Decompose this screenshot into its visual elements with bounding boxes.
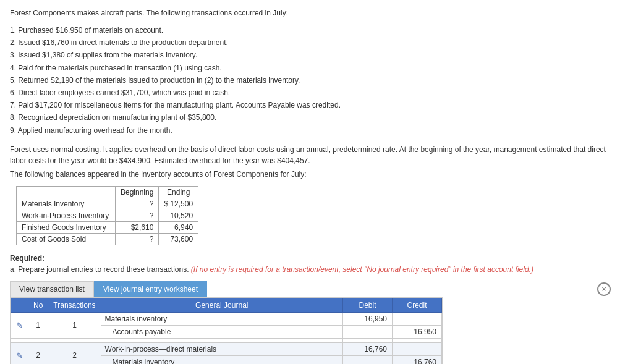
view-transaction-list-tab[interactable]: View transaction list — [10, 281, 94, 297]
context-line1: Forest uses normal costing. It applies o… — [10, 144, 623, 166]
journal-credit — [393, 342, 442, 355]
context-line2: The following balances appeared in the i… — [10, 169, 623, 180]
edit-icon[interactable]: ✎ — [11, 312, 28, 338]
required-label: Required: — [10, 254, 623, 263]
inventory-ending: 73,600 — [159, 233, 198, 245]
required-a-highlight: (If no entry is required for a transacti… — [191, 265, 533, 274]
inventory-ending: 10,520 — [159, 210, 198, 221]
journal-row: ✎22Work-in-process—direct materials16,76… — [11, 342, 442, 355]
intro-paragraph: Forest Components makes aircraft parts. … — [10, 9, 288, 17]
col-ending: Ending — [159, 186, 198, 198]
required-section: Required: a. Prepare journal entries to … — [10, 254, 623, 275]
journal-debit: 16,760 — [343, 342, 393, 355]
inventory-row: Cost of Goods Sold?73,600 — [17, 233, 198, 245]
row-no: 2 — [28, 342, 48, 364]
journal-table: No Transactions General Journal Debit Cr… — [11, 298, 442, 364]
transaction-item: 6. Direct labor employees earned $31,700… — [10, 87, 623, 99]
tabs-and-table: View transaction list View journal entry… — [10, 281, 623, 364]
inventory-table-container: Beginning Ending Materials Inventory?$ 1… — [16, 186, 623, 245]
context-block: Forest uses normal costing. It applies o… — [10, 144, 623, 180]
row-trans: 1 — [48, 312, 101, 338]
journal-debit — [343, 325, 393, 338]
transactions-list: 1. Purchased $16,950 of materials on acc… — [10, 25, 623, 137]
journal-table-container: No Transactions General Journal Debit Cr… — [10, 297, 443, 364]
spacer-row — [11, 338, 442, 342]
inventory-ending: $ 12,500 — [159, 198, 198, 210]
col-debit-header: Debit — [343, 298, 393, 312]
journal-desc: Work-in-process—direct materials — [101, 342, 342, 355]
inventory-row: Finished Goods Inventory$2,6106,940 — [17, 221, 198, 233]
col-no-header: No — [28, 298, 48, 312]
inventory-ending: 6,940 — [159, 221, 198, 233]
inventory-row: Work-in-Process Inventory?10,520 — [17, 210, 198, 221]
journal-credit: 16,760 — [393, 355, 442, 364]
inventory-label: Work-in-Process Inventory — [17, 210, 116, 221]
journal-credit — [393, 312, 442, 325]
close-button[interactable]: × — [597, 282, 611, 296]
transaction-item: 5. Returned $2,190 of the materials issu… — [10, 75, 623, 87]
view-journal-entry-worksheet-tab[interactable]: View journal entry worksheet — [94, 281, 207, 297]
inventory-beginning: ? — [116, 233, 159, 245]
inventory-beginning: $2,610 — [116, 221, 159, 233]
journal-row: ✎11Materials inventory16,950 — [11, 312, 442, 325]
inventory-label: Materials Inventory — [17, 198, 116, 210]
inventory-label: Cost of Goods Sold — [17, 233, 116, 245]
journal-desc: Materials inventory — [101, 355, 342, 364]
edit-icon[interactable]: ✎ — [11, 342, 28, 364]
transaction-item: 9. Applied manufacturing overhead for th… — [10, 125, 623, 137]
inventory-beginning: ? — [116, 210, 159, 221]
tabs-row: View transaction list View journal entry… — [10, 281, 623, 297]
journal-debit — [343, 355, 393, 364]
inventory-row: Materials Inventory?$ 12,500 — [17, 198, 198, 210]
row-no: 1 — [28, 312, 48, 338]
inventory-label: Finished Goods Inventory — [17, 221, 116, 233]
intro-text: Forest Components makes aircraft parts. … — [10, 7, 623, 19]
transaction-item: 7. Paid $17,200 for miscellaneous items … — [10, 99, 623, 111]
col-credit-header: Credit — [393, 298, 442, 312]
transaction-item: 1. Purchased $16,950 of materials on acc… — [10, 25, 623, 36]
required-a-text: a. Prepare journal entries to record the… — [10, 265, 189, 274]
col-gj-header: General Journal — [101, 298, 342, 312]
journal-desc: Accounts payable — [101, 325, 342, 338]
transaction-item: 4. Paid for the materials purchased in t… — [10, 62, 623, 74]
col-label — [17, 186, 116, 198]
col-edit-header — [11, 298, 28, 312]
inventory-beginning: ? — [116, 198, 159, 210]
journal-credit: 16,950 — [393, 325, 442, 338]
transaction-item: 8. Recognized depreciation on manufactur… — [10, 112, 623, 124]
journal-debit: 16,950 — [343, 312, 393, 325]
transaction-item: 3. Issued $1,380 of supplies from the ma… — [10, 49, 623, 61]
inventory-table: Beginning Ending Materials Inventory?$ 1… — [16, 186, 198, 245]
row-trans: 2 — [48, 342, 101, 364]
required-a: a. Prepare journal entries to record the… — [10, 264, 623, 275]
journal-desc: Materials inventory — [101, 312, 342, 325]
col-beginning: Beginning — [116, 186, 159, 198]
transaction-item: 2. Issued $16,760 in direct materials to… — [10, 37, 623, 49]
col-trans-header: Transactions — [48, 298, 101, 312]
